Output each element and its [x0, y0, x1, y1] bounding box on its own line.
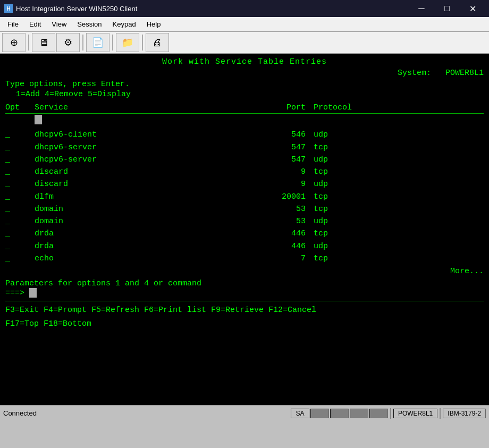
toolbar-btn-1[interactable]: ⊕	[2, 33, 26, 52]
cmd-arrow: ===>	[5, 289, 24, 298]
close-button[interactable]: ✕	[460, 0, 485, 17]
table-row: _ discard 9 udp	[5, 178, 484, 190]
app-icon: H	[4, 4, 13, 13]
cmd-cursor	[29, 288, 37, 298]
menu-session[interactable]: Session	[72, 18, 107, 30]
system-value: POWER8L1	[445, 69, 484, 78]
status-ind5	[369, 409, 388, 418]
status-sep2	[440, 408, 441, 419]
table-row: _ dhcpv6-server 547 udp	[5, 154, 484, 166]
col-header-service: Service	[35, 103, 263, 112]
menu-view[interactable]: View	[46, 18, 72, 30]
table-row: _ drda 446 tcp	[5, 227, 484, 240]
table-row: _ domain 53 udp	[5, 215, 484, 227]
status-connected: Connected	[3, 409, 291, 417]
toolbar-sep-2	[82, 35, 83, 50]
table-row: _ dlfm 20001 tcp	[5, 191, 484, 203]
col-header-protocol: Protocol	[306, 103, 359, 112]
status-ind4	[350, 409, 368, 418]
toolbar-btn-3[interactable]: ⚙	[56, 33, 80, 52]
fkeys-divider	[5, 301, 484, 301]
table-row: _ drda 446 udp	[5, 240, 484, 252]
table-row: _ dhcpv6-server 547 tcp	[5, 141, 484, 154]
instruction-line: Type options, press Enter.	[5, 80, 484, 89]
row-opt-0: _	[5, 129, 35, 141]
toolbar-sep-4	[142, 35, 143, 50]
toolbar-btn-6[interactable]: 🖨	[146, 33, 169, 52]
input-opt	[5, 116, 35, 128]
col-header-opt: Opt	[5, 103, 35, 112]
col-header-port: Port	[263, 103, 306, 112]
status-sa: SA	[291, 409, 309, 418]
menu-file[interactable]: File	[2, 18, 24, 30]
row-protocol-0: udp	[306, 129, 359, 141]
input-row	[5, 115, 484, 129]
maximize-button[interactable]: □	[435, 0, 459, 17]
fkeys-line2: F17=Top F18=Bottom	[5, 317, 484, 331]
status-indicators: SA POWER8L1 IBM-3179-2	[291, 408, 486, 419]
status-ind3	[330, 409, 349, 418]
title-bar: H Host Integration Server WIN5250 Client…	[0, 0, 489, 17]
table-row: _ echo 7 tcp	[5, 252, 484, 265]
row-port-0: 546	[263, 129, 306, 141]
column-headers: Opt Service Port Protocol	[5, 103, 484, 114]
menu-edit[interactable]: Edit	[24, 18, 46, 30]
status-sep	[390, 408, 391, 419]
input-service	[35, 115, 263, 129]
toolbar: ⊕ 🖥 ⚙ 📄 📁 🖨	[0, 32, 489, 54]
screen-title: Work with Service Table Entries	[5, 57, 484, 66]
row-service-0: dhcpv6-client	[35, 129, 263, 141]
table-row: _ dhcpv6-client 546 udp	[5, 129, 484, 141]
title-bar-buttons: ─ □ ✕	[409, 0, 485, 17]
system-line: System: POWER8L1	[5, 69, 484, 78]
toolbar-btn-4[interactable]: 📄	[86, 33, 109, 52]
params-line: Parameters for options 1 and 4 or comman…	[5, 279, 484, 288]
table-row: _ discard 9 tcp	[5, 166, 484, 178]
toolbar-btn-2[interactable]: 🖥	[32, 33, 55, 52]
cursor	[35, 115, 42, 124]
toolbar-btn-5[interactable]: 📁	[116, 33, 139, 52]
menu-help[interactable]: Help	[141, 18, 166, 30]
status-system: POWER8L1	[393, 409, 437, 418]
menu-bar: File Edit View Session Keypad Help	[0, 17, 489, 32]
options-line: 1=Add 4=Remove 5=Display	[5, 90, 484, 99]
command-prompt: ===>	[5, 288, 484, 298]
more-indicator: More...	[5, 267, 484, 276]
table-row: _ domain 53 tcp	[5, 203, 484, 215]
status-emulation: IBM-3179-2	[443, 409, 486, 418]
window-title: Host Integration Server WIN5250 Client	[16, 5, 409, 13]
terminal-screen[interactable]: Work with Service Table Entries System: …	[0, 54, 489, 405]
toolbar-sep-1	[28, 35, 29, 50]
toolbar-sep-3	[112, 35, 113, 50]
system-label: System:	[398, 69, 431, 78]
fkeys-line1: F3=Exit F4=Prompt F5=Refresh F6=Print li…	[5, 303, 484, 317]
minimize-button[interactable]: ─	[409, 0, 434, 17]
status-bar: Connected SA POWER8L1 IBM-3179-2	[0, 405, 489, 421]
status-ind2	[310, 409, 329, 418]
menu-keypad[interactable]: Keypad	[107, 18, 141, 30]
